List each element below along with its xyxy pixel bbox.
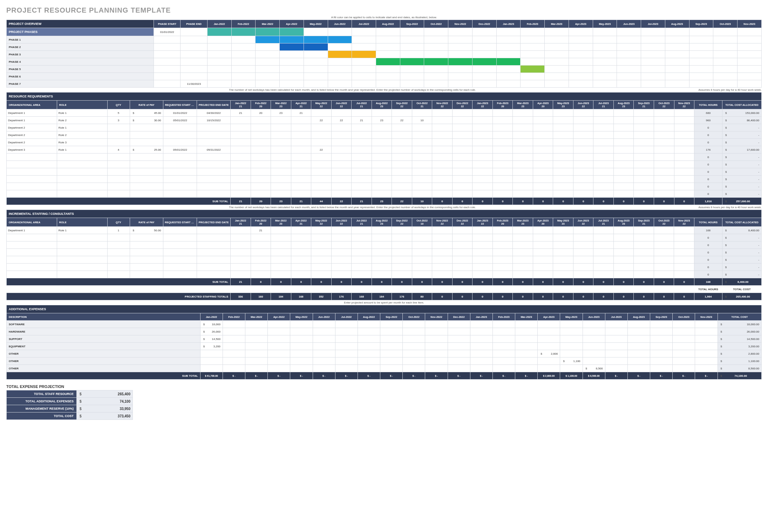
expense-val[interactable] — [448, 343, 470, 350]
cell-val[interactable] — [432, 241, 453, 249]
gantt-cell[interactable] — [424, 80, 448, 88]
cell-val[interactable] — [231, 176, 251, 183]
cell-val[interactable] — [231, 124, 251, 131]
cell-start[interactable] — [163, 234, 197, 241]
cell-role[interactable] — [57, 241, 107, 249]
gantt-cell[interactable] — [569, 36, 593, 43]
cell-val[interactable] — [291, 227, 311, 234]
cell-val[interactable] — [533, 131, 553, 139]
cell-val[interactable] — [573, 256, 593, 264]
cell-val[interactable] — [654, 154, 674, 161]
cell-role[interactable] — [57, 161, 107, 168]
cell-val[interactable] — [654, 131, 674, 139]
cell-val[interactable] — [674, 271, 694, 278]
expense-val[interactable] — [268, 365, 290, 372]
gantt-cell[interactable] — [665, 28, 689, 36]
cell-val[interactable] — [492, 241, 513, 249]
cell-val[interactable] — [674, 146, 694, 154]
cell-val[interactable] — [432, 176, 453, 183]
cell-val[interactable] — [533, 154, 553, 161]
cell-val[interactable] — [231, 146, 251, 154]
cell-start[interactable] — [163, 249, 197, 256]
cell-area[interactable] — [7, 161, 57, 168]
gantt-cell[interactable] — [256, 73, 280, 80]
cell-val[interactable] — [613, 109, 634, 117]
gantt-cell[interactable] — [521, 66, 545, 73]
cell-val[interactable] — [613, 256, 634, 264]
cell-val[interactable] — [634, 241, 654, 249]
expense-val[interactable] — [673, 350, 695, 357]
cell-qty[interactable] — [107, 168, 130, 176]
cell-role[interactable]: Role 1 — [57, 124, 107, 131]
cell-val[interactable] — [593, 161, 614, 168]
cell-val[interactable] — [654, 190, 674, 198]
cell-val[interactable] — [492, 146, 513, 154]
cell-val[interactable] — [271, 190, 291, 198]
cell-val[interactable] — [331, 146, 352, 154]
cell-val[interactable] — [634, 256, 654, 264]
cell-val[interactable] — [331, 154, 352, 161]
cell-qty[interactable] — [107, 154, 130, 161]
expense-val[interactable] — [200, 357, 223, 365]
cell-val[interactable] — [654, 168, 674, 176]
cell-val[interactable] — [654, 241, 674, 249]
cell-end[interactable] — [197, 154, 231, 161]
cell-val[interactable] — [352, 154, 372, 161]
expense-val[interactable] — [627, 357, 650, 365]
cell-rate[interactable] — [130, 234, 163, 241]
cell-val[interactable] — [593, 139, 614, 146]
cell-val[interactable] — [251, 249, 271, 256]
cell-val[interactable] — [473, 241, 493, 249]
cell-start[interactable] — [163, 124, 197, 131]
cell-val[interactable] — [311, 256, 332, 264]
cell-val[interactable] — [412, 131, 432, 139]
cell-val[interactable] — [593, 264, 614, 271]
cell-val[interactable] — [291, 176, 311, 183]
cell-val[interactable] — [372, 161, 392, 168]
gantt-cell[interactable] — [231, 58, 256, 66]
cell-val[interactable] — [634, 183, 654, 190]
expense-val[interactable] — [448, 357, 470, 365]
gantt-cell[interactable] — [521, 36, 545, 43]
cell-val[interactable] — [473, 109, 493, 117]
expense-val[interactable] — [695, 365, 718, 372]
cell-val[interactable] — [352, 168, 372, 176]
gantt-cell[interactable] — [521, 73, 545, 80]
expense-val[interactable] — [425, 335, 448, 343]
cell-val[interactable] — [291, 264, 311, 271]
cell-val[interactable] — [513, 234, 533, 241]
cell-val[interactable] — [674, 168, 694, 176]
cell-val[interactable] — [271, 271, 291, 278]
expense-val[interactable] — [290, 365, 313, 372]
cell-rate[interactable] — [130, 183, 163, 190]
gantt-cell[interactable] — [304, 43, 328, 51]
gantt-cell[interactable] — [400, 73, 424, 80]
gantt-cell[interactable] — [328, 80, 352, 88]
cell-val[interactable] — [593, 190, 614, 198]
cell-val[interactable] — [674, 161, 694, 168]
cell-val[interactable]: 20 — [251, 109, 271, 117]
expense-val[interactable] — [627, 321, 650, 328]
cell-role[interactable]: Role 2 — [57, 117, 107, 124]
gantt-cell[interactable] — [328, 58, 352, 66]
cell-val[interactable] — [492, 117, 513, 124]
cell-end[interactable] — [197, 190, 231, 198]
expense-val[interactable] — [335, 365, 358, 372]
cell-val[interactable] — [231, 264, 251, 271]
cell-val[interactable] — [452, 146, 473, 154]
cell-val[interactable] — [311, 241, 332, 249]
cell-val[interactable] — [553, 227, 573, 234]
cell-val[interactable] — [372, 249, 392, 256]
cell-val[interactable] — [432, 117, 453, 124]
cell-val[interactable] — [573, 146, 593, 154]
gantt-cell[interactable] — [256, 66, 280, 73]
cell-val[interactable] — [271, 241, 291, 249]
cell-rate[interactable] — [130, 256, 163, 264]
cell-area[interactable] — [7, 256, 57, 264]
cell-val[interactable] — [634, 131, 654, 139]
gantt-cell[interactable] — [352, 73, 376, 80]
cell-end[interactable] — [197, 241, 231, 249]
gantt-cell[interactable] — [641, 73, 665, 80]
gantt-cell[interactable] — [569, 43, 593, 51]
gantt-cell[interactable] — [521, 58, 545, 66]
